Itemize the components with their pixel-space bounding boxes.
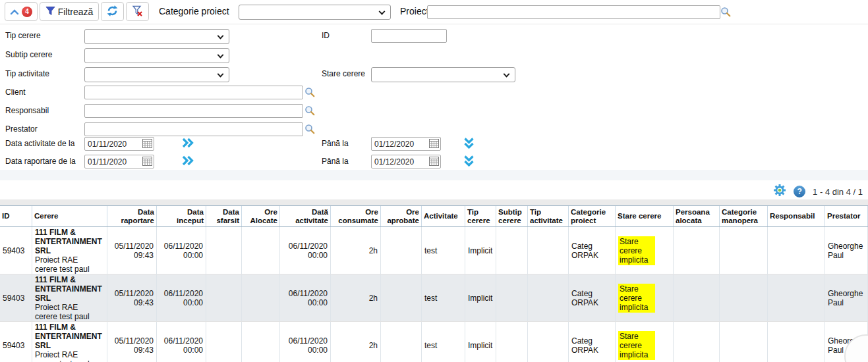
cell-categorie-proiect: Categ ORPAK <box>569 322 616 362</box>
column-header-data-activitate[interactable]: Dată activitate <box>280 206 331 226</box>
table-row[interactable]: 59403111 FILM & ENTERTAINMENT SRLProiect… <box>0 274 868 322</box>
stare-cerere-label: Stare cerere <box>322 69 365 78</box>
subtip-cerere-select[interactable] <box>84 48 229 63</box>
cell-tip-cerere: Implicit <box>465 322 496 362</box>
cell-persoana-alocata <box>674 227 720 274</box>
clear-filter-button[interactable] <box>126 2 149 21</box>
cell-tip-activitate <box>528 227 569 274</box>
prestator-search-icon[interactable] <box>304 124 315 134</box>
client-search-icon[interactable] <box>304 87 315 97</box>
cell-ore-aprobate <box>381 322 422 362</box>
chevron-down-icon <box>217 70 224 77</box>
chevron-down-icon <box>504 70 510 77</box>
column-header-responsabil[interactable]: Responsabil <box>768 206 825 226</box>
cell-cerere: 111 FILM & ENTERTAINMENT SRLProiect RAEc… <box>32 322 107 362</box>
filter-row-client: Client <box>0 86 868 101</box>
id-label: ID <box>322 31 330 40</box>
refresh-button[interactable] <box>101 2 124 21</box>
column-header-id[interactable]: ID <box>0 206 32 226</box>
column-header-categorie-proiect[interactable]: Categorie proiect <box>569 206 616 226</box>
responsabil-search-icon[interactable] <box>304 105 315 116</box>
responsabil-input[interactable] <box>84 104 303 118</box>
toolbar: 4 Filtrează <box>0 0 868 24</box>
chevron-double-down-icon[interactable] <box>464 137 475 149</box>
column-header-data-raportare[interactable]: Data raportare <box>107 206 157 226</box>
cell-activitate: test <box>422 227 465 274</box>
cell-cerere: 111 FILM & ENTERTAINMENT SRLProiect RAEc… <box>32 227 107 274</box>
tip-activitate-select[interactable] <box>84 67 229 82</box>
chevron-double-right-icon[interactable] <box>181 138 194 148</box>
cell-categorie-proiect: Categ ORPAK <box>569 227 616 274</box>
cell-ore-consumate: 2h <box>331 274 381 321</box>
cell-tip-cerere: Implicit <box>465 227 496 274</box>
responsabil-label: Responsabil <box>5 106 49 115</box>
column-header-ore-consumate[interactable]: Ore consumate <box>331 206 381 226</box>
cell-responsabil <box>768 322 825 362</box>
cell-data-raportare: 05/11/2020 09:43 <box>107 227 157 274</box>
cell-data-sfarsit <box>206 274 242 321</box>
calendar-icon[interactable] <box>429 157 439 166</box>
column-header-data-inceput[interactable]: Data inceput <box>157 206 206 226</box>
cell-data-raportare: 05/11/2020 09:43 <box>107 322 157 362</box>
table-row[interactable]: 59403111 FILM & ENTERTAINMENT SRLProiect… <box>0 322 868 362</box>
filter-row-tip-cerere: Tip cerere ID <box>0 29 868 45</box>
column-header-prestator[interactable]: Prestator <box>825 206 868 226</box>
calendar-icon[interactable] <box>142 157 152 166</box>
cell-stare-cerere: Stare cerere implicita <box>616 227 674 274</box>
cell-data-inceput: 06/11/2020 00:00 <box>157 227 206 274</box>
cell-prestator: Gheorghe Paul <box>825 274 868 321</box>
table-body: 59403111 FILM & ENTERTAINMENT SRLProiect… <box>0 227 868 362</box>
column-header-categorie-manopera[interactable]: Categorie manopera <box>720 206 768 226</box>
help-icon[interactable]: ? <box>794 186 805 197</box>
calendar-icon[interactable] <box>142 139 152 148</box>
filter-count-badge: 4 <box>22 7 32 17</box>
collapse-filters-button[interactable]: 4 <box>5 2 38 21</box>
data-activitate-pana-la-datebox <box>371 137 441 151</box>
id-input[interactable] <box>371 29 447 43</box>
column-header-subtip-cerere[interactable]: Subtip cerere <box>496 206 528 226</box>
chevron-double-down-icon[interactable] <box>464 155 475 167</box>
column-header-cerere[interactable]: Cerere <box>32 206 107 226</box>
pana-la-label: Până la <box>322 157 349 166</box>
cell-ore-consumate: 2h <box>331 227 381 274</box>
proiect-search-icon[interactable] <box>720 7 731 17</box>
cell-categorie-manopera <box>720 274 768 321</box>
data-activitate-de-la-datebox <box>84 137 154 151</box>
cell-ore-alocate <box>242 227 280 274</box>
cell-data-inceput: 06/11/2020 00:00 <box>157 274 206 321</box>
column-header-ore-alocate[interactable]: Ore Alocate <box>242 206 280 226</box>
tip-cerere-label: Tip cerere <box>5 31 41 40</box>
calendar-icon[interactable] <box>429 139 439 148</box>
subtip-cerere-label: Subtip cerere <box>5 50 52 59</box>
column-header-ore-aprobate[interactable]: Ore aprobate <box>381 206 422 226</box>
filter-row-data-raportare: Data raportare de la Până la <box>0 155 868 170</box>
column-header-data-sfarsit[interactable]: Data sfarsit <box>206 206 242 226</box>
column-header-tip-cerere[interactable]: Tip cerere <box>465 206 496 226</box>
cell-ore-alocate <box>242 274 280 321</box>
column-header-stare-cerere[interactable]: Stare cerere <box>616 206 674 226</box>
column-header-activitate[interactable]: Activitate <box>422 206 465 226</box>
cell-data-raportare: 05/11/2020 09:43 <box>107 274 157 321</box>
categorie-proiect-select[interactable] <box>239 5 391 20</box>
tip-cerere-select[interactable] <box>84 29 229 44</box>
column-header-persoana-alocata[interactable]: Persoana alocata <box>674 206 720 226</box>
client-input[interactable] <box>84 86 303 99</box>
categorie-proiect-label: Categorie proiect <box>159 0 229 24</box>
cell-prestator: Gheorghe Paul <box>825 227 868 274</box>
column-header-tip-activitate[interactable]: Tip activitate <box>528 206 569 226</box>
table-row[interactable]: 59403111 FILM & ENTERTAINMENT SRLProiect… <box>0 227 868 274</box>
chevron-up-icon <box>10 7 19 17</box>
cell-id: 59403 <box>0 322 32 362</box>
cell-id: 59403 <box>0 227 32 274</box>
cell-tip-activitate <box>528 322 569 362</box>
chevron-double-right-icon[interactable] <box>181 155 194 166</box>
prestator-input[interactable] <box>84 122 303 136</box>
cell-data-activitate: 06/11/2020 00:00 <box>280 227 331 274</box>
stare-cerere-select[interactable] <box>371 67 515 82</box>
cell-ore-aprobate <box>381 274 422 321</box>
cell-tip-cerere: Implicit <box>465 274 496 321</box>
gear-icon[interactable] <box>773 184 786 199</box>
filtreaza-button[interactable]: Filtrează <box>40 2 99 21</box>
clear-filter-icon <box>132 5 143 18</box>
proiect-input[interactable] <box>427 5 720 19</box>
